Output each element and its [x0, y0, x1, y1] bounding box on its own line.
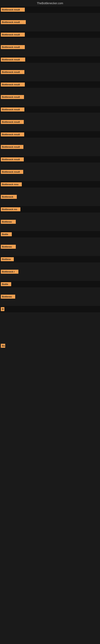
- list-item: Bottleneck resu: [0, 181, 100, 188]
- bottleneck-badge[interactable]: Bottleneck result: [1, 120, 24, 124]
- bottleneck-badge[interactable]: Bo: [1, 344, 5, 348]
- bottleneck-badge[interactable]: Bottleneck result: [1, 170, 23, 174]
- bottleneck-badge[interactable]: Bottleneck result: [1, 82, 25, 86]
- bottleneck-badge[interactable]: Bottleneck: [1, 195, 17, 199]
- row-spacer: [0, 25, 100, 32]
- row-spacer: [0, 300, 100, 306]
- list-item: Bottleneck result: [0, 81, 100, 88]
- row-spacer: [0, 312, 100, 342]
- list-item: Bottleneck r: [0, 268, 100, 275]
- row-spacer: [0, 150, 100, 156]
- bottleneck-badge[interactable]: Bottle: [1, 232, 12, 236]
- row-spacer: [0, 75, 100, 81]
- list-item: Bottleneck res: [0, 206, 100, 212]
- list-item: B: [0, 306, 100, 312]
- bottleneck-badge[interactable]: Bottleneck resu: [1, 182, 22, 186]
- list-item: Bottleneck result: [0, 169, 100, 175]
- bottleneck-badge[interactable]: Bottleneck result: [1, 58, 25, 62]
- bottleneck-badge[interactable]: Bottleneck result: [1, 145, 23, 149]
- row-spacer: [0, 275, 100, 281]
- list-item: Bottleneck result: [0, 19, 100, 25]
- bottleneck-badge[interactable]: Bottleneck result: [1, 8, 25, 12]
- list-item: Bottle: [0, 231, 100, 238]
- row-spacer: [0, 13, 100, 19]
- list-item: Bottleneck result: [0, 131, 100, 138]
- row-spacer: [0, 262, 100, 268]
- list-item: Bottle: [0, 281, 100, 288]
- list-item: Bottleneck result: [0, 32, 100, 38]
- bottleneck-badge[interactable]: Bottleneck result: [1, 20, 26, 24]
- row-spacer: [0, 162, 100, 169]
- list-item: Bottleneck result: [0, 44, 100, 50]
- bottleneck-badge[interactable]: Bottlenec: [1, 245, 16, 249]
- bottleneck-badge[interactable]: Bottleneck result: [1, 32, 25, 37]
- bottleneck-badge[interactable]: Bottle: [1, 282, 11, 286]
- row-spacer: [0, 175, 100, 181]
- row-spacer: [0, 138, 100, 144]
- bottleneck-badge[interactable]: B: [1, 307, 4, 311]
- list-item: Bottleneck result: [0, 106, 100, 113]
- row-spacer: [0, 238, 100, 244]
- row-spacer: [0, 88, 100, 94]
- bottleneck-badge[interactable]: Bottlene: [1, 257, 14, 261]
- list-item: Bottlenec: [0, 244, 100, 250]
- list-item: Bottleneck result: [0, 156, 100, 162]
- bottleneck-badge[interactable]: Bottlenec: [1, 220, 16, 224]
- list-item: Bottleneck result: [0, 144, 100, 150]
- bottleneck-badge[interactable]: Bottleneck result: [1, 95, 24, 99]
- bottleneck-badge[interactable]: Bottleneck result: [1, 108, 24, 112]
- list-item: Bo: [0, 342, 100, 349]
- list-item: Bottleneck result: [0, 119, 100, 125]
- list-item: Bottlenec: [0, 294, 100, 300]
- row-spacer: [0, 63, 100, 69]
- site-title: TheBottlenecker.com: [0, 0, 100, 6]
- row-spacer: [0, 125, 100, 131]
- row-spacer: [0, 250, 100, 256]
- list-item: Bottlenec: [0, 218, 100, 225]
- list-item: Bottleneck result: [0, 6, 100, 13]
- row-spacer: [0, 188, 100, 194]
- row-spacer: [0, 50, 100, 56]
- row-spacer: [0, 200, 100, 206]
- bottleneck-badge[interactable]: Bottleneck result: [1, 45, 25, 49]
- list-item: Bottlene: [0, 256, 100, 262]
- bottleneck-badge[interactable]: Bottleneck res: [1, 207, 20, 211]
- list-item: Bottleneck result: [0, 69, 100, 75]
- list-item: Bottleneck: [0, 194, 100, 200]
- row-spacer: [0, 225, 100, 231]
- list-item: Bottleneck result: [0, 94, 100, 100]
- bottleneck-badge[interactable]: Bottleneck result: [1, 158, 24, 162]
- bottleneck-badge[interactable]: Bottleneck r: [1, 270, 18, 274]
- bottleneck-badge[interactable]: Bottlenec: [1, 295, 15, 299]
- row-spacer: [0, 212, 100, 218]
- row-spacer: [0, 100, 100, 106]
- row-spacer: [0, 349, 100, 409]
- row-spacer: [0, 113, 100, 119]
- row-spacer: [0, 288, 100, 294]
- bottleneck-badge[interactable]: Bottleneck result: [1, 70, 24, 74]
- list-item: Bottleneck result: [0, 56, 100, 63]
- row-spacer: [0, 38, 100, 44]
- bottleneck-badge[interactable]: Bottleneck result: [1, 132, 24, 136]
